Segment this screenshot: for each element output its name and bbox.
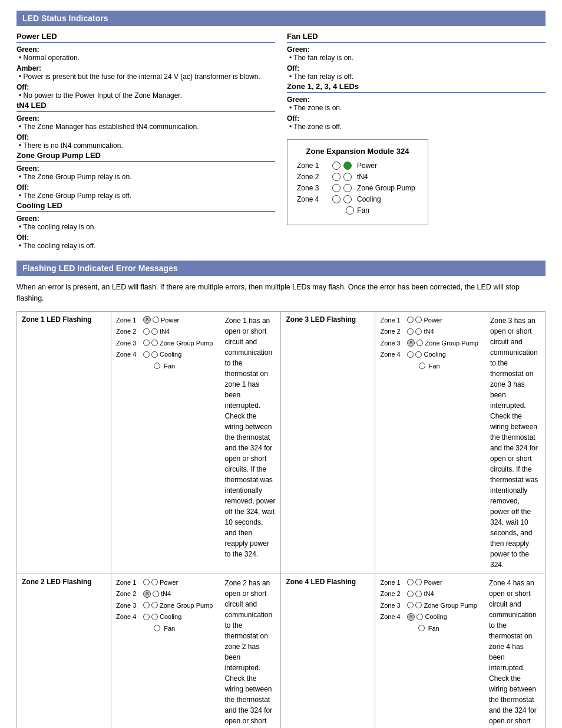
zgp-green-text: • The Zone Group Pump relay is on. bbox=[19, 173, 275, 181]
z2-power-circle bbox=[151, 579, 158, 585]
z3-power-circle bbox=[415, 317, 422, 323]
z4-zone2-circle bbox=[407, 591, 414, 597]
z1-zone3-circle bbox=[143, 340, 150, 346]
z4-cool-circle bbox=[416, 614, 423, 620]
expansion-zone4-row: Zone 4 Cooling bbox=[297, 195, 418, 203]
led-status-header: LED Status Indicators bbox=[16, 11, 546, 26]
z2-tn4-circle bbox=[153, 591, 159, 597]
zone2-diagram: Zone 1 Power Zone 2 ✕ tN4 Zone 3 bbox=[116, 578, 213, 635]
power-green-text: • Normal operation. bbox=[19, 54, 275, 62]
expansion-power-circle bbox=[343, 162, 352, 170]
z3-cool-circle bbox=[415, 351, 422, 358]
z1-fan-circle bbox=[154, 363, 160, 369]
expansion-cooling-circle bbox=[343, 195, 352, 203]
fan-green-label: Green: bbox=[287, 45, 546, 54]
z4-zone4-flash: ✕ bbox=[407, 613, 415, 621]
expansion-zone1-row: Zone 1 Power bbox=[297, 162, 418, 170]
z1-power-circle bbox=[153, 317, 159, 323]
z4-zone1-circle bbox=[407, 579, 414, 585]
tn4-green-label: Green: bbox=[16, 114, 275, 123]
power-off-text: • No power to the Power Input of the Zon… bbox=[19, 91, 275, 100]
power-led-title: Power LED bbox=[16, 32, 275, 43]
expansion-zgp-circle bbox=[343, 184, 352, 192]
zone4-diagram: Zone 1 Power Zone 2 tN4 Zone 3 bbox=[380, 578, 477, 635]
expansion-zone4-label: Zone 4 bbox=[297, 195, 332, 203]
flashing-led-section: Flashing LED Indicated Error Messages Wh… bbox=[16, 261, 546, 728]
cooling-green-text: • The cooling relay is on. bbox=[19, 223, 275, 231]
fan-green-text: • The fan relay is on. bbox=[289, 54, 546, 62]
expansion-zone2-row: Zone 2 tN4 bbox=[297, 173, 418, 181]
z4-tn4-circle bbox=[415, 591, 422, 597]
zgp-off-label: Off: bbox=[16, 183, 275, 192]
zone3-flash-message: Zone 1 Power Zone 2 tN4 Zone 3 bbox=[375, 311, 546, 574]
z4-power-circle bbox=[415, 579, 422, 585]
error-table: Zone 1 LED Flashing Zone 1 ✕ Power Zone … bbox=[16, 311, 546, 729]
expansion-fan-label: Fan bbox=[357, 206, 369, 215]
zone4-flash-message: Zone 1 Power Zone 2 tN4 Zone 3 bbox=[375, 574, 546, 728]
zone3-diagram: Zone 1 Power Zone 2 tN4 Zone 3 bbox=[380, 315, 478, 373]
zgp-off-text: • The Zone Group Pump relay is off. bbox=[19, 192, 275, 200]
power-led-section: Power LED Green: • Normal operation. Amb… bbox=[16, 32, 275, 100]
z1-zone4-circle bbox=[143, 351, 150, 358]
error-table-row-top: Zone 1 LED Flashing Zone 1 ✕ Power Zone … bbox=[17, 311, 546, 574]
power-off-label: Off: bbox=[16, 83, 275, 91]
fan-led-title: Fan LED bbox=[287, 32, 546, 43]
expansion-fan-row: Fan bbox=[297, 206, 418, 215]
expansion-cooling-label: Cooling bbox=[357, 195, 381, 203]
fan-led-section: Fan LED Green: • The fan relay is on. Of… bbox=[287, 32, 546, 81]
expansion-zgp-label: Zone Group Pump bbox=[357, 184, 415, 192]
tn4-green-text: • The Zone Manager has established tN4 c… bbox=[19, 123, 275, 131]
z3-zgp-circle bbox=[416, 340, 423, 346]
cooling-led-section: Cooling LED Green: • The cooling relay i… bbox=[16, 201, 275, 250]
z2-cool-circle bbox=[151, 614, 158, 620]
expansion-tn4-circle bbox=[343, 173, 352, 181]
zone-green-text: • The zone is on. bbox=[289, 104, 546, 112]
error-table-row-bottom: Zone 2 LED Flashing Zone 1 Power Zone 2 … bbox=[17, 574, 546, 728]
z3-zone3-flash: ✕ bbox=[407, 339, 415, 347]
zone3-message-text: Zone 3 has an open or short circuit and … bbox=[490, 315, 540, 570]
expansion-power-label: Power bbox=[357, 162, 377, 170]
flashing-led-header: Flashing LED Indicated Error Messages bbox=[16, 261, 546, 276]
zone2-message-text: Zone 2 has an open or short circuit and … bbox=[225, 578, 276, 729]
z2-fan-circle bbox=[154, 625, 160, 631]
power-amber-label: Amber: bbox=[16, 64, 275, 73]
z1-cool-circle bbox=[151, 351, 158, 358]
zone-off-text: • The zone is off. bbox=[289, 123, 546, 131]
z1-zone2-circle bbox=[143, 328, 150, 335]
expansion-zone3-circle bbox=[332, 184, 340, 192]
expansion-fan-circle bbox=[346, 206, 354, 215]
zone-expansion-title: Zone Expansion Module 324 bbox=[297, 147, 418, 156]
fan-off-text: • The fan relay is off. bbox=[289, 73, 546, 81]
z3-zone1-circle bbox=[407, 317, 414, 323]
expansion-zone2-label: Zone 2 bbox=[297, 173, 332, 181]
tn4-off-label: Off: bbox=[16, 133, 275, 141]
zone2-flash-message: Zone 1 Power Zone 2 ✕ tN4 Zone 3 bbox=[111, 574, 281, 728]
z1-tn4-circle bbox=[151, 328, 158, 335]
expansion-tn4-label: tN4 bbox=[357, 173, 368, 181]
zone2-flash-header: Zone 2 LED Flashing bbox=[17, 574, 111, 728]
z1-zone1-flash: ✕ bbox=[143, 316, 151, 324]
z2-zone3-circle bbox=[143, 602, 150, 608]
zone4-message-text: Zone 4 has an open or short circuit and … bbox=[489, 578, 540, 729]
fan-off-label: Off: bbox=[287, 64, 546, 73]
tn4-led-title: tN4 LED bbox=[16, 101, 275, 112]
expansion-zone3-label: Zone 3 bbox=[297, 184, 332, 192]
z3-fan-circle bbox=[419, 363, 425, 369]
expansion-zone3-row: Zone 3 Zone Group Pump bbox=[297, 184, 418, 192]
zone4-flash-header: Zone 4 LED Flashing bbox=[281, 574, 375, 728]
zone-off-label: Off: bbox=[287, 114, 546, 123]
zgp-led-section: Zone Group Pump LED Green: • The Zone Gr… bbox=[16, 151, 275, 200]
zgp-led-title: Zone Group Pump LED bbox=[16, 151, 275, 162]
led-right-col: Fan LED Green: • The fan relay is on. Of… bbox=[287, 32, 546, 251]
cooling-off-text: • The cooling relay is off. bbox=[19, 242, 275, 250]
zone1-diagram: Zone 1 ✕ Power Zone 2 tN4 Zone 3 bbox=[116, 315, 213, 373]
expansion-zone4-circle bbox=[332, 195, 340, 203]
expansion-zone1-circle bbox=[332, 162, 340, 170]
led-left-col: Power LED Green: • Normal operation. Amb… bbox=[16, 32, 275, 251]
z4-fan-circle bbox=[418, 625, 425, 631]
z4-zone3-circle bbox=[407, 602, 414, 608]
zone-leds-section: Zone 1, 2, 3, 4 LEDs Green: • The zone i… bbox=[287, 82, 546, 131]
z3-zone4-circle bbox=[407, 351, 414, 358]
power-amber-text: • Power is present but the fuse for the … bbox=[19, 73, 275, 81]
tn4-led-section: tN4 LED Green: • The Zone Manager has es… bbox=[16, 101, 275, 150]
